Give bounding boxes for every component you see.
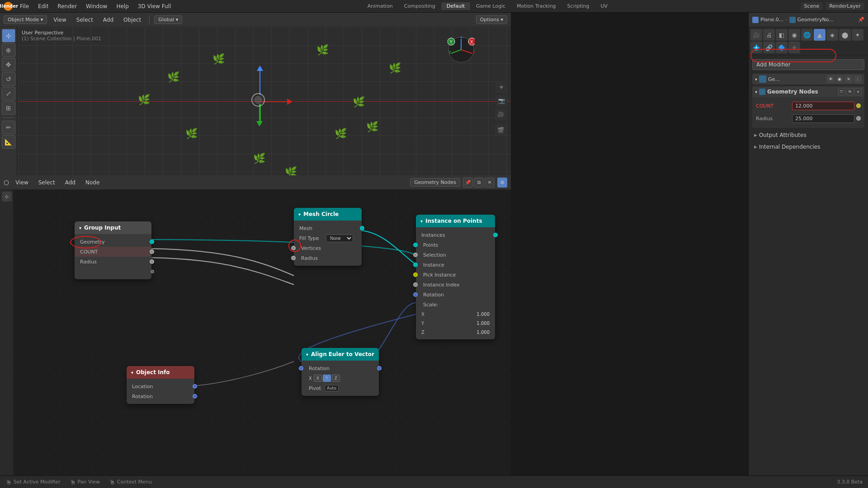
menu-help[interactable]: Help [113,2,132,10]
node-instance-on-points[interactable]: ▾ Instance on Points Instances Points Se… [416,215,495,339]
constraints-tab[interactable]: 🔗 [763,42,775,53]
snap-btn[interactable]: ⊞ [497,178,507,188]
gn-expand-arrow[interactable]: ▾ [755,89,757,94]
collapse-arrow[interactable]: ▾ [79,225,81,230]
mode-selector[interactable]: Object Mode [4,15,47,24]
output-props-tab[interactable]: 🖨 [763,29,775,41]
particles-tab[interactable]: ✦ [852,29,863,41]
fill-type-select[interactable]: None NGon Triangle Fan [326,235,353,242]
modifier-visibility-eye[interactable]: 👁 [826,75,835,83]
node-view[interactable]: View [12,178,32,187]
panel-pin[interactable]: 📌 [858,17,864,23]
options-btn[interactable]: Options [476,15,507,24]
menu-file[interactable]: File [16,2,33,10]
output-attributes-title[interactable]: Output Attributes [752,131,864,140]
transform-selector[interactable]: Global [154,15,182,24]
object-data-tab[interactable]: 🔷 [776,42,788,53]
cursor-tool[interactable]: ⊕ [2,43,15,57]
tab-uv[interactable]: UV [595,2,613,10]
tab-scripting[interactable]: Scripting [562,2,595,10]
viewport-add[interactable]: Add [99,16,117,24]
internal-dependencies-title[interactable]: Internal Dependencies [752,142,864,151]
scene-area[interactable]: User Perspective (1) Scene Collection | … [18,27,511,175]
count-socket-out[interactable] [150,249,154,254]
prop-geo-label[interactable]: GeometryNo... [797,17,834,23]
object-tab[interactable]: ▲ [814,29,826,41]
tab-gamelogic[interactable]: Game Logic [471,2,511,10]
count-prop-value[interactable]: 12.000 [792,102,854,110]
modifier-visibility-toggle[interactable]: ▾ [755,77,757,82]
camera-view-btn[interactable]: 📷 [495,95,507,107]
viewport-object[interactable]: Object [120,16,145,24]
add-modifier-btn[interactable]: Add Modifier [752,59,864,70]
mesh-data-tab[interactable]: ◈ [826,29,838,41]
world-tab[interactable]: 🌐 [801,29,813,41]
mesh-collapse[interactable]: ▾ [298,212,301,217]
node-select[interactable]: Select [35,178,59,187]
radius-socket-out[interactable] [150,259,154,264]
node-canvas[interactable]: ▾ Group Input Geometry COUNT Radius [0,190,511,488]
node-copy-btn[interactable]: ⧉ [474,178,484,188]
material-tab[interactable]: ⬤ [839,29,851,41]
viewport-select[interactable]: Select [73,16,97,24]
rotate-tool[interactable]: ↺ [2,72,15,86]
transform-tool[interactable]: ⊞ [2,101,15,115]
gn-delete-btn[interactable]: ✕ [854,88,862,95]
tab-default[interactable]: Default [441,2,470,10]
scale-tool[interactable]: ⤢ [2,87,15,100]
tab-animation[interactable]: Animation [362,2,398,10]
node-select-tool[interactable]: ⊹ [2,192,12,202]
oi-location-socket[interactable] [193,384,197,389]
node-add[interactable]: Add [61,178,79,187]
menu-window[interactable]: Window [82,2,111,10]
render-props-tab[interactable]: 🎥 [750,29,762,41]
scene-selector[interactable]: Scene [801,2,823,10]
instances-socket-out[interactable] [493,233,498,237]
node-object-info[interactable]: ▾ Object Info Location Rotation [127,366,194,404]
node-node[interactable]: Node [82,178,103,187]
mode-3dview[interactable]: 3D View Full [134,2,175,10]
measure-tool[interactable]: 📐 [2,135,15,149]
instance-socket-in[interactable] [413,263,418,267]
oi-collapse[interactable]: ▾ [131,370,133,375]
scene-tab[interactable]: ◉ [788,29,800,41]
ae-collapse[interactable]: ▾ [306,352,308,357]
points-socket-in[interactable] [413,243,418,247]
ae-y-btn[interactable]: Y [323,375,331,382]
gn-shield-btn[interactable]: 🛡 [838,88,845,95]
empty-socket[interactable] [151,270,154,273]
editor-type-selector[interactable]: ⬡ [4,179,9,186]
tab-compositing[interactable]: Compositing [399,2,441,10]
node-tree-selector[interactable]: Geometry Nodes [410,178,460,187]
node-mesh-circle[interactable]: ▾ Mesh Circle Mesh Fill Type None NGon T… [294,208,362,266]
vertices-socket-in[interactable] [291,246,296,250]
menu-render[interactable]: Render [54,2,80,10]
oi-rotation-socket[interactable] [193,394,197,399]
move-tool[interactable]: ✥ [2,58,15,71]
gn-copy-btn[interactable]: ⧉ [846,88,854,95]
mesh-radius-socket-in[interactable] [291,256,296,260]
ae-x-btn[interactable]: X [314,375,322,382]
select-tool[interactable]: ⊹ [2,29,15,42]
iop-collapse[interactable]: ▾ [420,219,423,224]
shader-fx-tab[interactable]: ✧ [788,42,800,53]
mesh-socket-out[interactable] [360,226,364,230]
iindex-socket-in[interactable] [413,282,418,287]
radius-keyframe-dot[interactable] [856,116,861,121]
tab-motiontracking[interactable]: Motion Tracking [511,2,561,10]
annotate-tool[interactable]: ✏ [2,121,15,134]
radius-prop-value[interactable]: 25.000 [792,114,854,123]
node-pin-btn[interactable]: 📌 [463,178,473,188]
node-align-euler[interactable]: ▾ Align Euler to Vector Rotation X X Y Z… [302,348,379,396]
count-keyframe-dot[interactable] [856,103,861,108]
renderlayer-selector[interactable]: RenderLayer [826,2,864,10]
geometry-socket-out[interactable] [150,239,154,244]
view-layer-tab[interactable]: ◧ [776,29,788,41]
pick-socket-in[interactable] [413,272,418,277]
viewport-view[interactable]: View [50,16,70,24]
movie-clip-btn[interactable]: 🎬 [495,124,506,136]
node-group-input[interactable]: ▾ Group Input Geometry COUNT Radius [75,221,151,279]
camera-icon[interactable]: 🎥 [495,108,506,120]
ae-rotation-in-socket[interactable] [299,366,303,371]
menu-edit[interactable]: Edit [34,2,52,10]
